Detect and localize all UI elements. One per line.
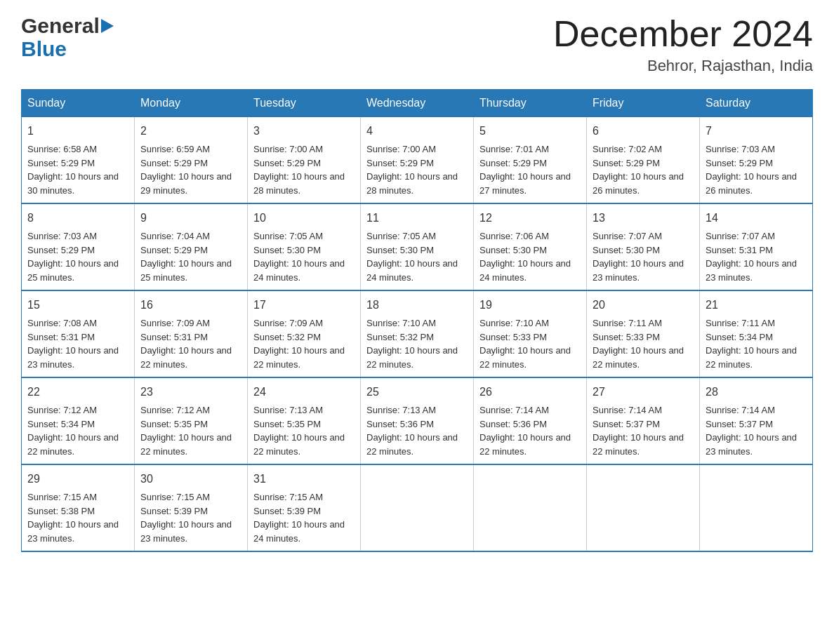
logo-general-text: General bbox=[21, 14, 100, 37]
day-number: 21 bbox=[706, 297, 807, 314]
calendar-week-row: 29Sunrise: 7:15 AMSunset: 5:38 PMDayligh… bbox=[22, 464, 813, 551]
sunset-text: Sunset: 5:29 PM bbox=[593, 158, 660, 168]
table-row: 30Sunrise: 7:15 AMSunset: 5:39 PMDayligh… bbox=[135, 464, 248, 551]
sunset-text: Sunset: 5:30 PM bbox=[593, 245, 660, 255]
day-number: 19 bbox=[479, 297, 581, 314]
day-number: 18 bbox=[366, 297, 468, 314]
calendar-week-row: 22Sunrise: 7:12 AMSunset: 5:34 PMDayligh… bbox=[22, 377, 813, 464]
header-sunday: Sunday bbox=[22, 90, 135, 117]
sunset-text: Sunset: 5:34 PM bbox=[706, 332, 773, 342]
daylight-text: Daylight: 10 hours and 23 minutes. bbox=[27, 345, 119, 370]
daylight-text: Daylight: 10 hours and 22 minutes. bbox=[479, 345, 571, 370]
daylight-text: Daylight: 10 hours and 22 minutes. bbox=[593, 432, 684, 457]
sunset-text: Sunset: 5:29 PM bbox=[706, 158, 773, 168]
day-number: 25 bbox=[366, 384, 468, 401]
table-row: 4Sunrise: 7:00 AMSunset: 5:29 PMDaylight… bbox=[361, 117, 474, 204]
month-title: December 2024 bbox=[553, 14, 813, 54]
sunrise-text: Sunrise: 7:13 AM bbox=[366, 405, 436, 415]
day-number: 10 bbox=[253, 210, 355, 227]
daylight-text: Daylight: 10 hours and 22 minutes. bbox=[366, 432, 458, 457]
day-number: 29 bbox=[27, 471, 128, 488]
sunrise-text: Sunrise: 7:09 AM bbox=[253, 318, 323, 328]
sunrise-text: Sunrise: 7:10 AM bbox=[479, 318, 549, 328]
day-number: 16 bbox=[140, 297, 241, 314]
daylight-text: Daylight: 10 hours and 23 minutes. bbox=[27, 519, 119, 544]
sunrise-text: Sunrise: 7:01 AM bbox=[479, 144, 549, 154]
sunset-text: Sunset: 5:33 PM bbox=[593, 332, 660, 342]
daylight-text: Daylight: 10 hours and 23 minutes. bbox=[706, 258, 797, 283]
day-number: 1 bbox=[27, 123, 128, 140]
table-row: 19Sunrise: 7:10 AMSunset: 5:33 PMDayligh… bbox=[474, 290, 587, 377]
table-row: 15Sunrise: 7:08 AMSunset: 5:31 PMDayligh… bbox=[22, 290, 135, 377]
logo-blue-text: Blue bbox=[21, 37, 114, 60]
title-section: December 2024 Behror, Rajasthan, India bbox=[553, 14, 813, 75]
table-row bbox=[700, 464, 813, 551]
table-row: 9Sunrise: 7:04 AMSunset: 5:29 PMDaylight… bbox=[135, 203, 248, 290]
table-row: 25Sunrise: 7:13 AMSunset: 5:36 PMDayligh… bbox=[361, 377, 474, 464]
sunset-text: Sunset: 5:31 PM bbox=[27, 332, 95, 342]
daylight-text: Daylight: 10 hours and 22 minutes. bbox=[479, 432, 571, 457]
daylight-text: Daylight: 10 hours and 22 minutes. bbox=[27, 432, 119, 457]
header-tuesday: Tuesday bbox=[248, 90, 361, 117]
sunrise-text: Sunrise: 7:06 AM bbox=[479, 231, 549, 241]
sunrise-text: Sunrise: 7:09 AM bbox=[140, 318, 210, 328]
sunset-text: Sunset: 5:35 PM bbox=[253, 419, 321, 429]
day-number: 5 bbox=[479, 123, 581, 140]
table-row: 2Sunrise: 6:59 AMSunset: 5:29 PMDaylight… bbox=[135, 117, 248, 204]
table-row: 6Sunrise: 7:02 AMSunset: 5:29 PMDaylight… bbox=[587, 117, 700, 204]
header-friday: Friday bbox=[587, 90, 700, 117]
daylight-text: Daylight: 10 hours and 24 minutes. bbox=[479, 258, 571, 283]
table-row: 16Sunrise: 7:09 AMSunset: 5:31 PMDayligh… bbox=[135, 290, 248, 377]
sunset-text: Sunset: 5:29 PM bbox=[140, 245, 208, 255]
day-number: 22 bbox=[27, 384, 128, 401]
table-row: 21Sunrise: 7:11 AMSunset: 5:34 PMDayligh… bbox=[700, 290, 813, 377]
day-number: 12 bbox=[479, 210, 581, 227]
sunrise-text: Sunrise: 7:05 AM bbox=[253, 231, 323, 241]
sunrise-text: Sunrise: 7:15 AM bbox=[140, 492, 210, 502]
sunset-text: Sunset: 5:37 PM bbox=[706, 419, 773, 429]
location-title: Behror, Rajasthan, India bbox=[553, 57, 813, 75]
sunset-text: Sunset: 5:29 PM bbox=[27, 158, 95, 168]
daylight-text: Daylight: 10 hours and 22 minutes. bbox=[253, 432, 345, 457]
sunset-text: Sunset: 5:36 PM bbox=[366, 419, 434, 429]
table-row: 20Sunrise: 7:11 AMSunset: 5:33 PMDayligh… bbox=[587, 290, 700, 377]
sunset-text: Sunset: 5:30 PM bbox=[366, 245, 434, 255]
sunrise-text: Sunrise: 7:02 AM bbox=[593, 144, 662, 154]
calendar-week-row: 8Sunrise: 7:03 AMSunset: 5:29 PMDaylight… bbox=[22, 203, 813, 290]
sunrise-text: Sunrise: 7:05 AM bbox=[366, 231, 436, 241]
daylight-text: Daylight: 10 hours and 26 minutes. bbox=[706, 171, 797, 196]
table-row: 12Sunrise: 7:06 AMSunset: 5:30 PMDayligh… bbox=[474, 203, 587, 290]
sunrise-text: Sunrise: 7:04 AM bbox=[140, 231, 210, 241]
daylight-text: Daylight: 10 hours and 28 minutes. bbox=[366, 171, 458, 196]
daylight-text: Daylight: 10 hours and 23 minutes. bbox=[140, 519, 232, 544]
table-row: 13Sunrise: 7:07 AMSunset: 5:30 PMDayligh… bbox=[587, 203, 700, 290]
header-thursday: Thursday bbox=[474, 90, 587, 117]
sunrise-text: Sunrise: 7:07 AM bbox=[593, 231, 662, 241]
svg-marker-0 bbox=[101, 19, 114, 33]
day-number: 23 bbox=[140, 384, 241, 401]
daylight-text: Daylight: 10 hours and 24 minutes. bbox=[253, 258, 345, 283]
sunset-text: Sunset: 5:32 PM bbox=[366, 332, 434, 342]
sunrise-text: Sunrise: 7:13 AM bbox=[253, 405, 323, 415]
sunset-text: Sunset: 5:30 PM bbox=[479, 245, 547, 255]
sunset-text: Sunset: 5:32 PM bbox=[253, 332, 321, 342]
table-row: 24Sunrise: 7:13 AMSunset: 5:35 PMDayligh… bbox=[248, 377, 361, 464]
calendar-header-row: Sunday Monday Tuesday Wednesday Thursday… bbox=[22, 90, 813, 117]
day-number: 8 bbox=[27, 210, 128, 227]
table-row: 11Sunrise: 7:05 AMSunset: 5:30 PMDayligh… bbox=[361, 203, 474, 290]
table-row bbox=[474, 464, 587, 551]
day-number: 15 bbox=[27, 297, 128, 314]
page-header: General Blue December 2024 Behror, Rajas… bbox=[21, 14, 813, 75]
day-number: 26 bbox=[479, 384, 581, 401]
day-number: 31 bbox=[253, 471, 355, 488]
sunrise-text: Sunrise: 7:03 AM bbox=[706, 144, 775, 154]
daylight-text: Daylight: 10 hours and 22 minutes. bbox=[706, 345, 797, 370]
table-row: 10Sunrise: 7:05 AMSunset: 5:30 PMDayligh… bbox=[248, 203, 361, 290]
daylight-text: Daylight: 10 hours and 30 minutes. bbox=[27, 171, 119, 196]
table-row bbox=[587, 464, 700, 551]
day-number: 11 bbox=[366, 210, 468, 227]
table-row: 27Sunrise: 7:14 AMSunset: 5:37 PMDayligh… bbox=[587, 377, 700, 464]
daylight-text: Daylight: 10 hours and 26 minutes. bbox=[593, 171, 684, 196]
daylight-text: Daylight: 10 hours and 23 minutes. bbox=[593, 258, 684, 283]
day-number: 17 bbox=[253, 297, 355, 314]
